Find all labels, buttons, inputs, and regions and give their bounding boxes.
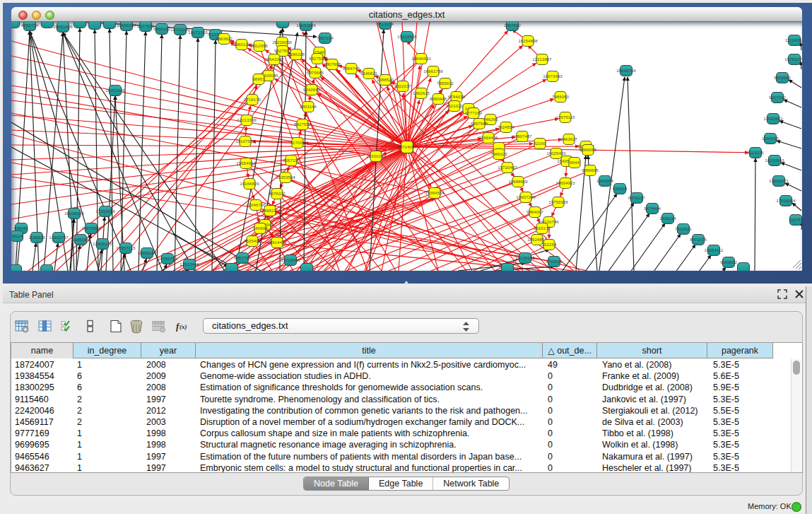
- svg-text:9245652: 9245652: [720, 259, 738, 264]
- svg-text:12905135: 12905135: [93, 241, 112, 246]
- svg-text:15136141: 15136141: [515, 255, 535, 260]
- svg-text:2803144: 2803144: [300, 104, 317, 109]
- svg-text:20053346: 20053346: [105, 88, 125, 93]
- svg-text:1733426: 1733426: [546, 259, 563, 264]
- svg-text:19384554: 19384554: [425, 190, 445, 195]
- svg-text:16961758: 16961758: [423, 69, 443, 74]
- svg-text:9777169: 9777169: [465, 110, 483, 115]
- svg-text:62160: 62160: [534, 141, 546, 146]
- svg-text:7986322: 7986322: [490, 151, 508, 156]
- svg-text:8113036: 8113036: [747, 150, 764, 155]
- svg-text:935081: 935081: [14, 226, 29, 230]
- svg-text:12942757: 12942757: [49, 235, 69, 240]
- svg-text:16648764: 16648764: [616, 68, 636, 73]
- svg-text:6497568: 6497568: [471, 121, 488, 126]
- svg-text:10046726: 10046726: [246, 202, 266, 207]
- svg-text:10654112: 10654112: [704, 247, 724, 252]
- svg-text:16353594: 16353594: [276, 175, 295, 180]
- svg-text:17957215: 17957215: [116, 245, 136, 250]
- svg-text:9884067: 9884067: [526, 209, 544, 214]
- svg-text:5875685: 5875685: [307, 70, 324, 75]
- svg-text:7625402: 7625402: [244, 238, 261, 243]
- svg-text:8186328: 8186328: [288, 52, 305, 57]
- svg-text:10958107: 10958107: [137, 250, 157, 255]
- svg-text:10975867: 10975867: [81, 226, 101, 230]
- svg-text:19756928: 19756928: [548, 199, 568, 204]
- svg-text:140994: 140994: [253, 226, 268, 230]
- svg-text:1145194: 1145194: [72, 237, 89, 242]
- svg-text:16671355: 16671355: [188, 30, 208, 35]
- svg-text:2087682: 2087682: [504, 23, 522, 28]
- svg-text:2718176: 2718176: [244, 97, 261, 102]
- svg-text:9329966: 9329966: [774, 75, 792, 80]
- svg-text:39114: 39114: [11, 233, 23, 238]
- svg-text:19166829: 19166829: [240, 181, 259, 186]
- svg-text:417006: 417006: [290, 140, 305, 145]
- svg-text:18907249: 18907249: [516, 194, 536, 199]
- svg-text:16154808: 16154808: [518, 38, 538, 43]
- svg-text:19654912: 19654912: [236, 160, 256, 165]
- svg-text:19654923: 19654923: [555, 180, 575, 185]
- svg-text:20364436: 20364436: [478, 135, 498, 140]
- svg-text:15716485: 15716485: [281, 257, 300, 262]
- svg-text:16210643: 16210643: [765, 158, 784, 163]
- svg-text:1588520: 1588520: [377, 77, 394, 82]
- svg-text:15692971: 15692971: [769, 178, 789, 183]
- svg-text:2935114: 2935114: [659, 216, 676, 221]
- svg-text:1156829: 1156829: [28, 235, 45, 240]
- svg-text:1621022: 1621022: [446, 103, 464, 108]
- svg-text:8454749: 8454749: [343, 66, 360, 71]
- svg-text:1362615: 1362615: [413, 90, 430, 95]
- svg-text:8678332: 8678332: [269, 191, 286, 196]
- svg-text:9666089: 9666089: [579, 147, 597, 152]
- svg-text:10807487: 10807487: [512, 134, 532, 139]
- svg-text:10655267: 10655267: [117, 23, 136, 28]
- svg-text:6466160: 6466160: [153, 26, 171, 31]
- svg-text:98961: 98961: [252, 76, 265, 81]
- svg-text:6479197: 6479197: [628, 195, 646, 200]
- svg-text:16107553: 16107553: [235, 139, 255, 144]
- svg-text:19218506: 19218506: [397, 34, 417, 39]
- svg-text:7955812: 7955812: [437, 81, 454, 86]
- svg-text:9474444: 9474444: [644, 206, 661, 211]
- svg-text:12213369: 12213369: [237, 117, 257, 122]
- svg-text:938924: 938924: [613, 186, 628, 191]
- svg-text:8960124: 8960124: [233, 42, 251, 47]
- svg-text:12093822: 12093822: [763, 116, 783, 121]
- svg-text:8427552: 8427552: [294, 122, 312, 127]
- svg-text:3624554: 3624554: [498, 124, 515, 129]
- svg-text:18724007: 18724007: [397, 144, 417, 149]
- svg-text:9146821: 9146821: [360, 71, 378, 76]
- svg-text:16782759: 16782759: [158, 256, 177, 261]
- svg-text:7485063: 7485063: [552, 94, 570, 99]
- svg-text:8267110: 8267110: [283, 158, 300, 163]
- svg-text:16033809: 16033809: [296, 23, 316, 28]
- svg-text:12975115: 12975115: [555, 115, 575, 119]
- svg-text:9327508: 9327508: [309, 56, 326, 61]
- svg-text:7663822: 7663822: [216, 36, 233, 41]
- svg-text:11124392: 11124392: [785, 37, 802, 42]
- svg-text:18640910: 18640910: [411, 56, 431, 61]
- svg-text:9227342: 9227342: [769, 95, 787, 100]
- svg-text:9857791: 9857791: [234, 255, 252, 260]
- svg-text:7632621: 7632621: [675, 226, 693, 231]
- svg-text:1440954: 1440954: [596, 178, 614, 183]
- svg-text:20691406: 20691406: [53, 24, 73, 29]
- svg-text:1615172: 1615172: [534, 226, 551, 230]
- svg-text:20206528: 20206528: [64, 211, 84, 216]
- svg-text:17016504: 17016504: [776, 198, 796, 203]
- svg-text:6794028: 6794028: [448, 94, 466, 99]
- svg-text:(x): (x): [180, 323, 187, 330]
- svg-text:16543382: 16543382: [264, 57, 284, 62]
- svg-text:28226058: 28226058: [272, 40, 292, 45]
- svg-text:15751074: 15751074: [784, 57, 802, 62]
- svg-text:8912956: 8912956: [251, 43, 269, 48]
- svg-text:25300243: 25300243: [366, 153, 386, 158]
- svg-text:12213967: 12213967: [532, 57, 552, 62]
- svg-text:16914479: 16914479: [267, 240, 287, 245]
- svg-text:9899695: 9899695: [582, 168, 599, 173]
- svg-text:8990448: 8990448: [430, 96, 447, 101]
- svg-text:8471676: 8471676: [690, 237, 707, 242]
- svg-text:10719185: 10719185: [170, 27, 190, 32]
- svg-text:1527602: 1527602: [137, 23, 155, 28]
